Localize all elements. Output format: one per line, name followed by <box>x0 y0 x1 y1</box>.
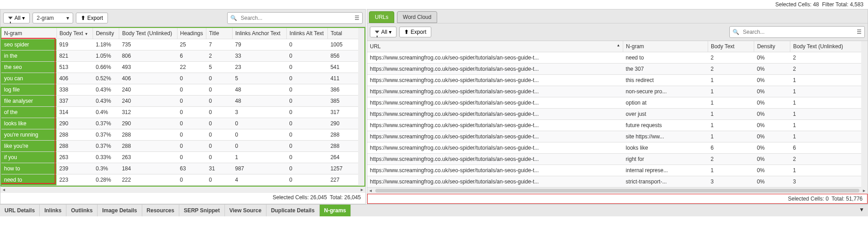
cell[interactable]: https://www.screamingfrog.co.uk/seo-spid… <box>367 109 623 120</box>
cell[interactable]: 919 <box>56 39 93 50</box>
table-row[interactable]: in the8211.05%80662330856 <box>1 50 364 62</box>
cell[interactable]: 184 <box>119 163 177 174</box>
tab-image-details[interactable]: Image Details <box>98 205 142 216</box>
cell[interactable]: 0% <box>754 97 790 109</box>
table-row[interactable]: you can4060.52%4060050411 <box>1 73 364 84</box>
table-row[interactable]: the seo5130.66%493225230541 <box>1 62 364 73</box>
cell[interactable]: 0% <box>754 109 790 120</box>
col-body-text[interactable]: Body Text <box>708 41 754 52</box>
table-row[interactable]: you're running2880.37%2880000288 <box>1 129 364 141</box>
table-row[interactable]: looks like2900.37%2900000290 <box>1 118 364 129</box>
col-density[interactable]: Density <box>93 28 119 39</box>
table-row[interactable]: file analyser3370.43%24000480385 <box>1 96 364 107</box>
cell[interactable]: 406 <box>119 73 177 84</box>
cell[interactable]: https://www.screamingfrog.co.uk/seo-spid… <box>367 52 623 64</box>
cell[interactable]: https://www.screamingfrog.co.uk/seo-spid… <box>367 176 623 188</box>
cell[interactable]: 0.43% <box>93 96 119 107</box>
table-row[interactable]: https://www.screamingfrog.co.uk/seo-spid… <box>367 142 868 154</box>
cell[interactable]: 0 <box>206 96 232 107</box>
cell[interactable]: 0 <box>287 118 328 129</box>
col-density[interactable]: Density <box>754 41 790 52</box>
cell[interactable]: 4 <box>232 174 286 186</box>
cell[interactable]: 0.3% <box>93 163 119 174</box>
cell[interactable]: 48 <box>232 96 286 107</box>
tab-word-cloud[interactable]: Word Cloud <box>397 11 437 23</box>
cell[interactable]: 263 <box>56 152 93 163</box>
cell[interactable]: 1 <box>790 75 868 86</box>
search-input[interactable] <box>239 14 355 22</box>
cell[interactable]: 0.4% <box>93 107 119 118</box>
table-row[interactable]: https://www.screamingfrog.co.uk/seo-spid… <box>367 64 868 75</box>
cell[interactable]: 33 <box>232 50 286 62</box>
vertical-scrollbar[interactable] <box>358 28 364 186</box>
cell[interactable]: non-secure pro... <box>623 86 708 97</box>
table-row[interactable]: https://www.screamingfrog.co.uk/seo-spid… <box>367 86 868 97</box>
cell[interactable]: over just <box>623 109 708 120</box>
cell[interactable]: 0 <box>287 96 328 107</box>
cell[interactable]: how to <box>1 163 56 174</box>
col-body-text-unlinked[interactable]: Body Text (Unlinked) <box>119 28 177 39</box>
chevron-down-icon[interactable]: ▼ <box>855 205 868 216</box>
cell[interactable]: 288 <box>119 141 177 152</box>
cell[interactable]: 0 <box>287 163 328 174</box>
cell[interactable]: 2 <box>708 154 754 165</box>
cell[interactable]: 0 <box>287 129 328 141</box>
cell[interactable]: https://www.screamingfrog.co.uk/seo-spid… <box>367 75 623 86</box>
cell[interactable]: 0 <box>206 107 232 118</box>
cell[interactable]: 0 <box>287 50 328 62</box>
cell[interactable]: 0 <box>177 118 206 129</box>
table-row[interactable]: https://www.screamingfrog.co.uk/seo-spid… <box>367 165 868 176</box>
tab-urls[interactable]: URLs <box>369 11 394 23</box>
gram-dropdown[interactable]: 2-gram ▾ <box>33 13 73 23</box>
cell[interactable]: strict-transport-... <box>623 176 708 188</box>
cell[interactable]: the 307 <box>623 64 708 75</box>
cell[interactable]: 2 <box>708 64 754 75</box>
cell[interactable]: 0 <box>206 73 232 84</box>
cell[interactable]: need to <box>623 52 708 64</box>
table-row[interactable]: seo spider9191.18%7352577901005 <box>1 39 364 50</box>
cell[interactable]: 314 <box>56 107 93 118</box>
col-title[interactable]: Title <box>206 28 232 39</box>
cell[interactable]: 0 <box>287 84 328 96</box>
table-row[interactable]: of the3140.4%3120030317 <box>1 107 364 118</box>
cell[interactable]: 1 <box>708 165 754 176</box>
cell[interactable]: 0 <box>177 73 206 84</box>
cell[interactable]: 2 <box>206 50 232 62</box>
cell[interactable]: looks like <box>623 142 708 154</box>
cell[interactable]: 5 <box>206 62 232 73</box>
export-button[interactable]: ⬆ Export <box>399 27 431 37</box>
horizontal-scrollbar[interactable]: ◄► <box>0 187 365 193</box>
cell[interactable]: 1 <box>790 109 868 120</box>
cell[interactable]: 1 <box>708 86 754 97</box>
cell[interactable]: 288 <box>56 129 93 141</box>
filter-all-button[interactable]: All ▾ <box>3 13 30 23</box>
cell[interactable]: 0 <box>206 118 232 129</box>
cell[interactable]: 0.37% <box>93 141 119 152</box>
cell[interactable]: 2 <box>790 52 868 64</box>
settings-icon[interactable]: ☰ <box>355 15 359 21</box>
cell[interactable]: file analyser <box>1 96 56 107</box>
cell[interactable]: 0 <box>177 174 206 186</box>
cell[interactable]: if you <box>1 152 56 163</box>
cell[interactable]: 312 <box>119 107 177 118</box>
cell[interactable]: 0% <box>754 64 790 75</box>
cell[interactable]: 406 <box>56 73 93 84</box>
horizontal-scrollbar[interactable]: ◄► <box>367 188 868 194</box>
cell[interactable]: 239 <box>56 163 93 174</box>
table-row[interactable]: https://www.screamingfrog.co.uk/seo-spid… <box>367 154 868 165</box>
cell[interactable]: internal represe... <box>623 165 708 176</box>
col-ngram[interactable]: N-gram <box>1 28 56 39</box>
cell[interactable]: https://www.screamingfrog.co.uk/seo-spid… <box>367 120 623 131</box>
col-inlinks-anchor[interactable]: Inlinks Anchor Text <box>232 28 286 39</box>
cell[interactable]: need to <box>1 174 56 186</box>
cell[interactable]: 7 <box>206 39 232 50</box>
cell[interactable]: 23 <box>232 62 286 73</box>
cell[interactable]: https://www.screamingfrog.co.uk/seo-spid… <box>367 142 623 154</box>
cell[interactable]: 0 <box>206 129 232 141</box>
cell[interactable]: 0.66% <box>93 62 119 73</box>
cell[interactable]: 0 <box>177 129 206 141</box>
cell[interactable]: 0% <box>754 176 790 188</box>
cell[interactable]: 0 <box>287 141 328 152</box>
tab-serp-snippet[interactable]: SERP Snippet <box>179 205 225 216</box>
cell[interactable]: right for <box>623 154 708 165</box>
